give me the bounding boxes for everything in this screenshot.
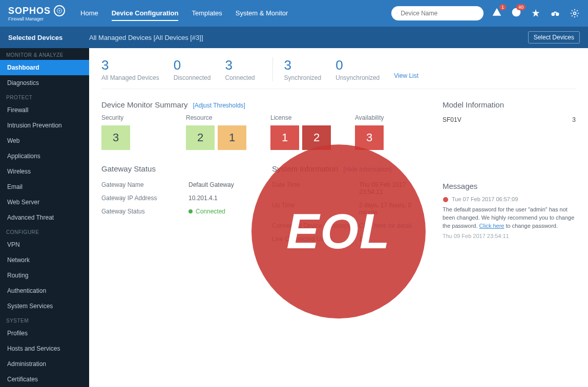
- binoculars-icon[interactable]: [550, 8, 560, 18]
- gear-icon[interactable]: [570, 8, 580, 18]
- kv-key: Up Time: [272, 202, 359, 216]
- chevron-down-icon[interactable]: [477, 11, 478, 16]
- stat-label: Connected: [225, 74, 255, 81]
- svg-point-5: [556, 12, 559, 16]
- sidebar-item-applications[interactable]: Applications: [0, 148, 89, 164]
- search-box[interactable]: [391, 6, 484, 20]
- messages-title: Messages: [443, 182, 576, 190]
- monitor-tile[interactable]: 1: [270, 125, 299, 150]
- sidebar-item-dashboard[interactable]: Dashboard: [0, 60, 89, 75]
- stat-value: 3: [101, 57, 159, 73]
- monitor-col-availability: Availability3: [355, 114, 427, 150]
- message-body-suffix: to change password.: [506, 223, 558, 229]
- message-timestamp2: Thu 09 Feb 2017 23:54:11: [443, 232, 576, 241]
- sysinfo-title-text: System Information: [272, 164, 338, 173]
- sidebar-item-authentication[interactable]: Authentication: [0, 283, 89, 298]
- kv-value[interactable]: Click here for detail: [359, 222, 427, 229]
- monitor-header: Security: [101, 114, 174, 121]
- select-devices-button[interactable]: Select Devices: [528, 31, 580, 44]
- monitor-tile[interactable]: 1: [218, 125, 246, 150]
- message-timestamp-text: Tue 07 Feb 2017 06:57:09: [452, 196, 518, 204]
- monitor-tile[interactable]: 2: [186, 125, 215, 150]
- monitor-header: Availability: [355, 114, 427, 121]
- nav-system-monitor[interactable]: System & Monitor: [236, 6, 288, 21]
- dash-row-1: Device Monitor Summary [Adjust Threshold…: [101, 100, 576, 247]
- monitor-header: License: [270, 114, 343, 121]
- sysinfo-row: Up Time2 days, 17 hours, 0 minute: [272, 199, 427, 219]
- stat-connected: 3 Connected: [225, 57, 255, 81]
- gateway-row: Gateway IP Address10.201.4.1: [101, 191, 257, 205]
- sidebar-item-wireless[interactable]: Wireless: [0, 164, 89, 179]
- sidebar-item-firewall[interactable]: Firewall: [0, 102, 89, 118]
- sysinfo-title: System Information [Hide information]: [272, 164, 427, 173]
- monitor-col-license: License12: [270, 114, 343, 150]
- sidebar-item-certificates[interactable]: Certificates: [0, 372, 89, 387]
- brand-logo-icon: [54, 5, 65, 16]
- sidebar-item-web[interactable]: Web: [0, 133, 89, 148]
- sysinfo-block: System Information [Hide information] Da…: [272, 164, 427, 246]
- alert-badge: 1: [499, 4, 506, 10]
- svg-point-1: [396, 13, 397, 13]
- sidebar: MONITOR & ANALYZEDashboardDiagnosticsPRO…: [0, 48, 89, 387]
- gateway-block: Gateway Status Gateway NameDefault Gatew…: [101, 164, 257, 246]
- search-input[interactable]: [401, 10, 477, 17]
- gateway-row: Gateway NameDefault Gateway: [101, 178, 257, 191]
- sidebar-item-network[interactable]: Network: [0, 252, 89, 268]
- top-nav: Home Device Configuration Templates Syst…: [80, 6, 288, 21]
- adjust-thresholds-link[interactable]: [Adjust Thresholds]: [193, 102, 245, 109]
- sidebar-item-administration[interactable]: Administration: [0, 356, 89, 372]
- sidebar-item-diagnostics[interactable]: Diagnostics: [0, 75, 89, 91]
- svg-point-8: [443, 197, 448, 202]
- alert-button[interactable]: 1: [492, 7, 502, 19]
- main-content: 3 All Managed Devices 0 Disconnected 3 C…: [89, 48, 588, 387]
- kv-value: Default Gateway: [188, 181, 257, 188]
- svg-point-7: [574, 12, 576, 15]
- sidebar-item-vpn[interactable]: VPN: [0, 237, 89, 252]
- brand-name: SOPHOS: [8, 6, 51, 16]
- sidebar-item-system-services[interactable]: System Services: [0, 298, 89, 314]
- sidebar-section-header: MONITOR & ANALYZE: [0, 48, 89, 60]
- message-link[interactable]: Click here: [479, 223, 505, 229]
- sidebar-item-routing[interactable]: Routing: [0, 268, 89, 283]
- message-timestamp: Tue 07 Feb 2017 06:57:09: [443, 196, 576, 204]
- monitor-header: Resource: [186, 114, 258, 121]
- star-icon[interactable]: [531, 8, 541, 18]
- monitor-col-security: Security3: [101, 114, 174, 150]
- sidebar-item-intrusion-prevention[interactable]: Intrusion Prevention: [0, 118, 89, 133]
- sidebar-item-profiles[interactable]: Profiles: [0, 326, 89, 341]
- nav-templates[interactable]: Templates: [192, 6, 222, 21]
- view-list-link[interactable]: View List: [394, 72, 418, 79]
- stat-value: 0: [335, 57, 380, 73]
- info-button[interactable]: 40: [511, 7, 521, 19]
- nav-home[interactable]: Home: [80, 6, 98, 21]
- stats-row: 3 All Managed Devices 0 Disconnected 3 C…: [101, 57, 576, 89]
- sidebar-item-hosts-and-services[interactable]: Hosts and Services: [0, 341, 89, 356]
- info-badge: 40: [516, 4, 526, 10]
- sidebar-item-web-server[interactable]: Web Server: [0, 195, 89, 210]
- layout: MONITOR & ANALYZEDashboardDiagnosticsPRO…: [0, 48, 588, 387]
- stat-all-managed: 3 All Managed Devices: [101, 57, 159, 81]
- kv-key: Live Connected Users: [272, 235, 359, 243]
- secondary-bar: Selected Devices All Managed Devices [Al…: [0, 27, 588, 48]
- stat-label: All Managed Devices: [101, 74, 159, 81]
- model-info-title: Model Information: [443, 100, 576, 109]
- sysinfo-row: Live Connected Users1: [272, 232, 427, 246]
- topbar-icon-group: 1 40: [492, 7, 580, 19]
- stat-unsynchronized: 0 Unsynchronized: [335, 57, 380, 81]
- stat-label: Synchronized: [284, 74, 322, 81]
- hide-info-link[interactable]: [Hide information]: [343, 166, 391, 173]
- kv-key: Gateway IP Address: [101, 195, 188, 202]
- monitor-tile[interactable]: 2: [302, 125, 331, 150]
- monitor-tile[interactable]: 3: [355, 125, 384, 150]
- search-icon: [396, 10, 397, 16]
- svg-point-4: [552, 12, 555, 16]
- warning-icon: [443, 197, 449, 203]
- nav-device-configuration[interactable]: Device Configuration: [112, 6, 179, 21]
- message-item: Tue 07 Feb 2017 06:57:09 The default pas…: [443, 196, 576, 241]
- stat-label: Disconnected: [174, 74, 211, 81]
- sidebar-item-email[interactable]: Email: [0, 179, 89, 195]
- monitor-tile[interactable]: 3: [101, 125, 130, 150]
- stat-value: 0: [174, 57, 211, 73]
- kv-value: Connected: [188, 208, 257, 215]
- sidebar-item-advanced-threat[interactable]: Advanced Threat: [0, 210, 89, 225]
